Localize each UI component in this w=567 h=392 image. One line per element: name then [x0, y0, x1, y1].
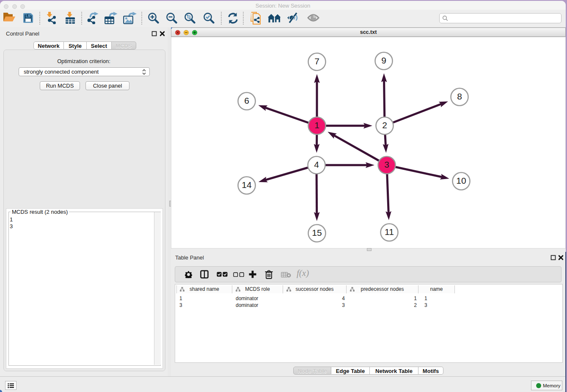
svg-text:11: 11 [385, 227, 394, 237]
svg-text:4: 4 [314, 160, 319, 169]
svg-text:8: 8 [457, 91, 462, 101]
svg-text:10: 10 [456, 176, 466, 185]
svg-text:14: 14 [242, 180, 252, 190]
svg-text:1: 1 [314, 120, 319, 130]
svg-text:7: 7 [314, 56, 319, 66]
svg-text:2: 2 [382, 120, 387, 130]
svg-text:3: 3 [384, 160, 389, 169]
svg-text:15: 15 [312, 228, 322, 237]
svg-text:9: 9 [381, 55, 386, 65]
svg-text:6: 6 [244, 96, 249, 105]
